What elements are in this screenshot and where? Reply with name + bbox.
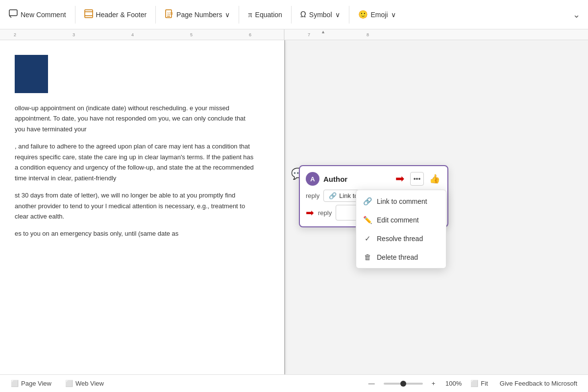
separator4 xyxy=(291,6,292,24)
svg-text:8: 8 xyxy=(367,32,369,37)
svg-rect-2 xyxy=(85,10,93,18)
paragraph-4: es to you on an emergency basis only, un… xyxy=(15,228,255,239)
toolbar-expand[interactable]: ⌄ xyxy=(569,5,584,24)
comment-header: A Author ➡ ••• 👍 🔗 Link to comment xyxy=(306,172,441,186)
symbol-label: Symbol xyxy=(309,11,332,19)
document-area: ollow-up appointment on (indicate date) … xyxy=(0,40,588,374)
emoji-chevron: ∨ xyxy=(391,11,396,19)
vertical-divider xyxy=(284,40,285,374)
resolve-thread-item[interactable]: ✓ Resolve thread xyxy=(356,229,446,248)
ruler: 2 3 4 5 6 7 ▲ 8 xyxy=(0,29,588,40)
dropdown-menu: 🔗 Link to comment ✏️ Edit comment ✓ Reso… xyxy=(356,190,446,269)
new-comment-button[interactable]: New Comment xyxy=(4,6,71,23)
svg-text:2: 2 xyxy=(14,32,16,37)
svg-text:4: 4 xyxy=(131,32,134,37)
emoji-icon: 🙂 xyxy=(358,10,368,19)
emoji-label: Emoji xyxy=(371,11,388,19)
zoom-out-button[interactable]: — xyxy=(366,379,378,388)
toolbar: New Comment Header & Footer 123 Page Num… xyxy=(0,0,588,29)
fit-icon: ⬜ xyxy=(470,380,478,387)
resolve-thread-label: Resolve thread xyxy=(377,235,423,243)
page-view-label: Page View xyxy=(21,380,51,387)
document-blue-rect xyxy=(15,55,48,93)
author-name: Author xyxy=(323,175,392,183)
svg-rect-0 xyxy=(9,10,17,16)
svg-text:▲: ▲ xyxy=(321,29,325,34)
header-footer-label: Header & Footer xyxy=(96,11,147,19)
feedback-button[interactable]: Give Feedback to Microsoft xyxy=(497,379,580,388)
header-footer-icon xyxy=(84,9,93,20)
web-view-icon: ⬜ xyxy=(65,380,73,387)
page-content: ollow-up appointment on (indicate date) … xyxy=(15,103,255,239)
zoom-percent: 100% xyxy=(444,380,462,387)
check-icon: ✓ xyxy=(363,234,372,243)
thumbs-up-icon: 👍 xyxy=(429,173,440,184)
red-arrow-1: ➡ xyxy=(395,172,404,185)
link-to-comment-label: Link to comment xyxy=(377,197,427,205)
paragraph-2: , and failure to adhere to the agreed up… xyxy=(15,141,255,183)
red-arrow-2: ➡ xyxy=(306,207,314,219)
paragraph-3: st 30 days from date of letter), we will… xyxy=(15,190,255,221)
web-view-button[interactable]: ⬜ Web View xyxy=(62,379,107,388)
svg-text:123: 123 xyxy=(167,12,173,15)
delete-thread-item[interactable]: 🗑 Delete thread xyxy=(356,248,446,266)
link-to-comment-item[interactable]: 🔗 Link to comment xyxy=(356,192,446,211)
page-view-icon: ⬜ xyxy=(11,380,19,387)
statusbar-right: — + 100% ⬜ Fit Give Feedback to Microsof… xyxy=(366,379,580,388)
author-avatar: A xyxy=(306,172,319,186)
svg-text:6: 6 xyxy=(249,32,251,37)
edit-comment-item[interactable]: ✏️ Edit comment xyxy=(356,211,446,229)
equation-icon: π xyxy=(248,10,252,19)
zoom-out-icon: — xyxy=(368,380,375,387)
equation-label: Equation xyxy=(255,11,282,19)
statusbar: ⬜ Page View ⬜ Web View — + 100% ⬜ Fit Gi… xyxy=(0,374,588,392)
emoji-button[interactable]: 🙂 Emoji ∨ xyxy=(353,7,401,22)
svg-text:7: 7 xyxy=(308,32,310,37)
header-footer-button[interactable]: Header & Footer xyxy=(79,6,152,23)
edit-icon: ✏️ xyxy=(363,216,372,224)
statusbar-left: ⬜ Page View ⬜ Web View xyxy=(8,379,107,388)
separator3 xyxy=(239,6,239,24)
fit-label: Fit xyxy=(481,380,488,387)
fit-button[interactable]: ⬜ Fit xyxy=(467,379,490,388)
zoom-in-button[interactable]: + xyxy=(429,379,439,388)
equation-button[interactable]: π Equation xyxy=(243,7,287,22)
comment-card: A Author ➡ ••• 👍 🔗 Link to comment xyxy=(299,165,448,227)
symbol-chevron: ∨ xyxy=(335,11,340,19)
web-view-label: Web View xyxy=(75,380,104,387)
edit-comment-label: Edit comment xyxy=(377,216,419,224)
page-numbers-icon: 123 xyxy=(165,9,173,20)
svg-text:5: 5 xyxy=(190,32,193,37)
document-page: ollow-up appointment on (indicate date) … xyxy=(0,40,284,374)
svg-rect-8 xyxy=(0,29,588,40)
page-numbers-label: Page Numbers xyxy=(176,11,222,19)
zoom-thumb xyxy=(400,381,406,387)
more-options-button[interactable]: ••• xyxy=(410,172,424,186)
symbol-icon: Ω xyxy=(300,10,306,19)
like-button[interactable]: 👍 xyxy=(428,172,441,186)
page-numbers-button[interactable]: 123 Page Numbers ∨ xyxy=(160,6,235,23)
separator1 xyxy=(75,6,75,24)
delete-thread-label: Delete thread xyxy=(377,253,418,261)
page-numbers-chevron: ∨ xyxy=(225,11,230,19)
page-view-button[interactable]: ⬜ Page View xyxy=(8,379,54,388)
reply-label: reply xyxy=(306,192,319,199)
reply-label-2: reply xyxy=(318,209,332,217)
zoom-in-icon: + xyxy=(432,380,436,387)
trash-icon: 🗑 xyxy=(363,253,372,261)
svg-text:3: 3 xyxy=(73,32,75,37)
separator5 xyxy=(349,6,349,24)
link-icon-2: 🔗 xyxy=(329,192,337,199)
link-icon: 🔗 xyxy=(363,197,372,206)
new-comment-icon xyxy=(9,9,18,20)
feedback-label: Give Feedback to Microsoft xyxy=(500,380,577,387)
separator2 xyxy=(155,6,156,24)
main-area: ollow-up appointment on (indicate date) … xyxy=(0,40,588,374)
paragraph-1: ollow-up appointment on (indicate date) … xyxy=(15,103,255,134)
new-comment-label: New Comment xyxy=(21,11,66,19)
more-dots-icon: ••• xyxy=(414,175,421,183)
symbol-button[interactable]: Ω Symbol ∨ xyxy=(295,7,345,22)
zoom-slider[interactable] xyxy=(384,383,423,385)
